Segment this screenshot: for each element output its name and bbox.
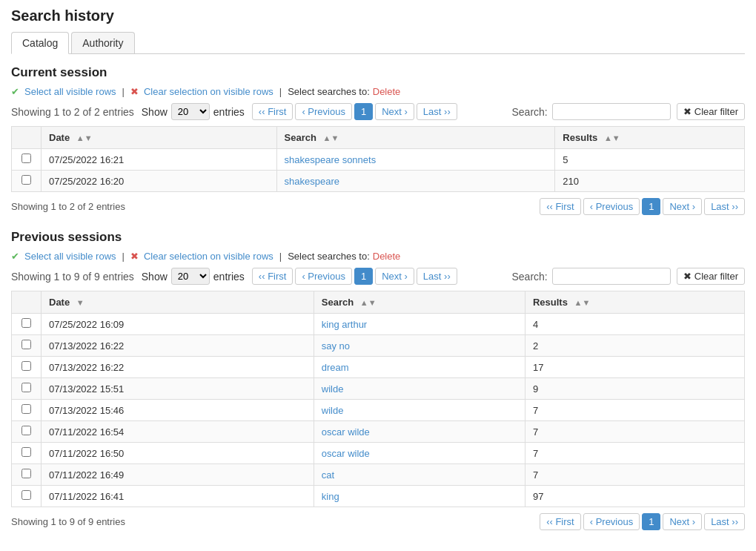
prev-row-checkbox[interactable] bbox=[21, 383, 31, 392]
current-select-all-link[interactable]: Select all visible rows bbox=[24, 86, 116, 97]
prev-row-checkbox[interactable] bbox=[21, 361, 31, 371]
prev-th-results[interactable]: Results ▲▼ bbox=[525, 291, 744, 314]
prev-search-link[interactable]: cat bbox=[322, 469, 334, 481]
current-top-first-btn[interactable]: ‹‹ First bbox=[252, 103, 294, 120]
prev-row-checkbox-cell bbox=[12, 421, 42, 443]
prev-search-link[interactable]: oscar wilde bbox=[322, 426, 370, 438]
prev-row-checkbox-cell bbox=[12, 335, 42, 357]
current-search-row: Search: bbox=[512, 103, 671, 120]
prev-clear-filter-x-icon: ✖ bbox=[683, 271, 692, 282]
prev-top-first-btn[interactable]: ‹‹ First bbox=[252, 268, 294, 285]
prev-search-link[interactable]: wilde bbox=[322, 405, 344, 416]
prev-search-link[interactable]: oscar wilde bbox=[322, 448, 370, 459]
current-row-checkbox[interactable] bbox=[21, 175, 31, 185]
prev-table-row: 07/11/2022 16:50 oscar wilde 7 bbox=[12, 443, 745, 464]
current-bottom-page1-btn[interactable]: 1 bbox=[642, 198, 660, 215]
prev-row-checkbox[interactable] bbox=[21, 318, 31, 328]
prev-search-input[interactable] bbox=[552, 268, 671, 285]
prev-bottom-pagination: Showing 1 to 9 of 9 entries ‹‹ First ‹ P… bbox=[11, 513, 745, 530]
prev-row-results: 7 bbox=[525, 443, 744, 464]
current-th-search[interactable]: Search ▲▼ bbox=[276, 127, 555, 149]
current-row-checkbox[interactable] bbox=[21, 154, 31, 163]
prev-select-searches-label: Select searches to: bbox=[288, 251, 370, 262]
prev-top-previous-btn[interactable]: ‹ Previous bbox=[295, 268, 352, 285]
current-bottom-first-btn[interactable]: ‹‹ First bbox=[540, 198, 581, 215]
current-top-next-btn[interactable]: Next › bbox=[375, 103, 414, 120]
prev-date-sort-icon: ▼ bbox=[76, 298, 84, 307]
prev-row-checkbox[interactable] bbox=[21, 340, 31, 349]
prev-select-all-link[interactable]: Select all visible rows bbox=[24, 251, 116, 262]
prev-clear-filter-btn[interactable]: ✖ Clear filter bbox=[677, 268, 745, 285]
prev-bottom-page1-btn[interactable]: 1 bbox=[642, 513, 660, 530]
prev-separator1: | bbox=[122, 251, 125, 262]
current-top-left: Showing 1 to 2 of 2 entries Show 20 50 1… bbox=[11, 103, 457, 120]
prev-row-checkbox[interactable] bbox=[21, 469, 31, 478]
prev-table-row: 07/13/2022 15:46 wilde 7 bbox=[12, 400, 745, 421]
prev-bottom-last-btn[interactable]: Last ›› bbox=[704, 513, 745, 530]
prev-row-search: oscar wilde bbox=[314, 443, 525, 464]
prev-row-checkbox[interactable] bbox=[21, 447, 31, 457]
prev-row-search: wilde bbox=[314, 378, 525, 400]
current-table-row: 07/25/2022 16:21 shakespeare sonnets 5 bbox=[12, 149, 745, 171]
tab-authority[interactable]: Authority bbox=[71, 32, 134, 53]
prev-row-checkbox-cell bbox=[12, 486, 42, 507]
current-th-results[interactable]: Results ▲▼ bbox=[555, 127, 745, 149]
current-clear-selection-link[interactable]: Clear selection on visible rows bbox=[144, 86, 273, 97]
prev-table-row: 07/13/2022 16:22 say no 2 bbox=[12, 335, 745, 357]
current-row-date: 07/25/2022 16:20 bbox=[42, 171, 277, 192]
current-bottom-next-btn[interactable]: Next › bbox=[663, 198, 702, 215]
prev-top-last-btn[interactable]: Last ›› bbox=[417, 268, 457, 285]
current-delete-link[interactable]: Delete bbox=[373, 86, 401, 97]
current-search-link[interactable]: shakespeare sonnets bbox=[285, 154, 377, 165]
current-top-last-btn[interactable]: Last ›› bbox=[417, 103, 457, 120]
prev-row-results: 7 bbox=[525, 400, 744, 421]
prev-row-checkbox[interactable] bbox=[21, 404, 31, 414]
prev-row-search: dream bbox=[314, 357, 525, 378]
prev-top-paging-controls: ‹‹ First ‹ Previous 1 Next › Last ›› bbox=[252, 268, 457, 285]
prev-bottom-previous-btn[interactable]: ‹ Previous bbox=[583, 513, 640, 530]
current-row-search: shakespeare sonnets bbox=[276, 149, 555, 171]
prev-row-checkbox-cell bbox=[12, 357, 42, 378]
select-all-check-icon: ✔ bbox=[11, 86, 19, 97]
prev-search-link[interactable]: wilde bbox=[322, 383, 344, 395]
prev-row-checkbox[interactable] bbox=[21, 426, 31, 435]
prev-search-link[interactable]: king bbox=[322, 491, 339, 502]
current-top-pagination: Showing 1 to 2 of 2 entries Show 20 50 1… bbox=[11, 103, 745, 120]
prev-top-next-btn[interactable]: Next › bbox=[375, 268, 414, 285]
prev-bottom-controls: ‹‹ First ‹ Previous 1 Next › Last ›› bbox=[540, 513, 745, 530]
prev-th-date[interactable]: Date ▼ bbox=[42, 291, 314, 314]
entries-label: entries bbox=[213, 106, 245, 118]
current-bottom-previous-btn[interactable]: ‹ Previous bbox=[583, 198, 640, 215]
current-search-link[interactable]: shakespeare bbox=[285, 176, 339, 187]
prev-table-row: 07/11/2022 16:54 oscar wilde 7 bbox=[12, 421, 745, 443]
tab-catalog[interactable]: Catalog bbox=[11, 32, 69, 54]
prev-top-page1-btn[interactable]: 1 bbox=[354, 268, 373, 285]
prev-results-sort-icon: ▲▼ bbox=[574, 298, 591, 307]
prev-entries-select[interactable]: 20 50 100 bbox=[171, 268, 210, 285]
select-searches-label: Select searches to: bbox=[288, 86, 370, 97]
current-entries-select[interactable]: 20 50 100 bbox=[171, 103, 210, 120]
current-top-page1-btn[interactable]: 1 bbox=[354, 103, 373, 120]
prev-bottom-first-btn[interactable]: ‹‹ First bbox=[540, 513, 581, 530]
current-bottom-last-btn[interactable]: Last ›› bbox=[704, 198, 745, 215]
prev-bottom-next-btn[interactable]: Next › bbox=[663, 513, 702, 530]
current-top-previous-btn[interactable]: ‹ Previous bbox=[295, 103, 352, 120]
current-th-date[interactable]: Date ▲▼ bbox=[42, 127, 277, 149]
prev-clear-selection-link[interactable]: Clear selection on visible rows bbox=[144, 251, 273, 262]
prev-row-checkbox[interactable] bbox=[21, 490, 31, 500]
prev-search-link[interactable]: king arthur bbox=[322, 319, 367, 330]
separator1: | bbox=[122, 86, 125, 97]
prev-th-search[interactable]: Search ▲▼ bbox=[314, 291, 525, 314]
prev-delete-link[interactable]: Delete bbox=[373, 251, 401, 262]
prev-table-row: 07/11/2022 16:49 cat 7 bbox=[12, 464, 745, 486]
prev-row-search: king bbox=[314, 486, 525, 507]
previous-sessions-title: Previous sessions bbox=[11, 230, 745, 245]
current-row-checkbox-cell bbox=[12, 171, 42, 192]
prev-search-link[interactable]: say no bbox=[322, 340, 350, 352]
previous-sessions-table: Date ▼ Search ▲▼ Results ▲▼ 07/25/2022 1… bbox=[11, 291, 745, 507]
prev-search-link[interactable]: dream bbox=[322, 362, 349, 373]
prev-row-search: oscar wilde bbox=[314, 421, 525, 443]
current-clear-filter-btn[interactable]: ✖ Clear filter bbox=[677, 103, 745, 120]
current-search-input[interactable] bbox=[552, 103, 671, 120]
prev-top-pagination: Showing 1 to 9 of 9 entries Show 20 50 1… bbox=[11, 268, 745, 285]
